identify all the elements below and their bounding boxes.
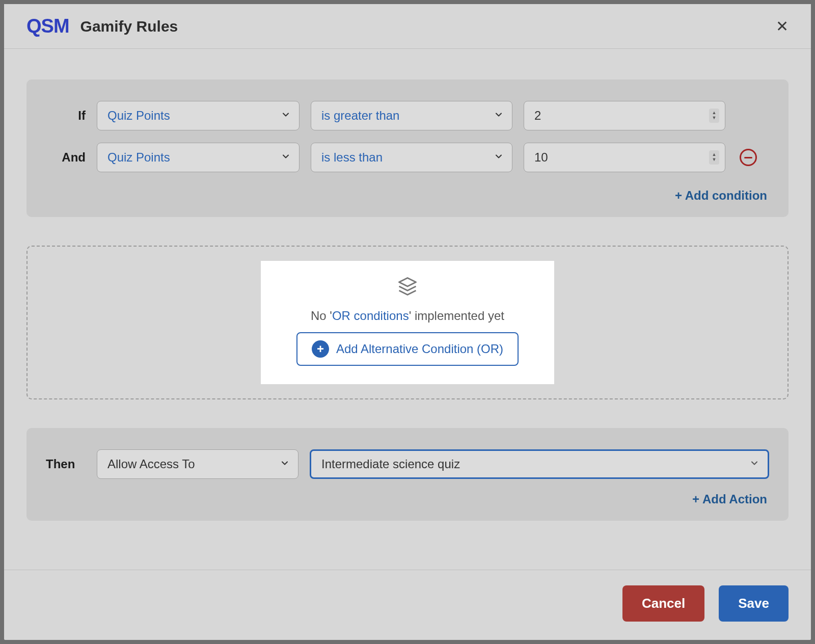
add-condition-link[interactable]: + Add condition	[46, 184, 769, 203]
actions-panel: Then Allow Access To Intermediate scienc…	[26, 428, 789, 521]
plus-circle-icon: +	[312, 340, 329, 358]
chevron-down-icon	[494, 150, 504, 165]
save-button[interactable]: Save	[719, 585, 789, 622]
chevron-down-icon	[281, 150, 291, 165]
condition-field-select[interactable]: Quiz Points	[97, 101, 300, 130]
select-value: Quiz Points	[107, 150, 170, 165]
condition-value-wrap: ▲▼	[524, 101, 725, 130]
chevron-down-icon	[749, 457, 759, 471]
or-conditions-box: No 'OR conditions' implemented yet + Add…	[26, 246, 789, 399]
chevron-down-icon	[281, 109, 291, 123]
cancel-button[interactable]: Cancel	[622, 585, 704, 622]
add-action-link[interactable]: + Add Action	[46, 488, 769, 506]
condition-value-input[interactable]	[524, 143, 725, 172]
minus-icon	[744, 157, 752, 158]
select-value: Quiz Points	[107, 109, 170, 123]
conditions-panel: If Quiz Points is greater than ▲▼	[26, 79, 789, 217]
or-empty-text: No 'OR conditions' implemented yet	[311, 309, 504, 323]
chevron-down-icon	[280, 457, 290, 471]
select-value: is less than	[321, 150, 383, 165]
condition-field-select[interactable]: Quiz Points	[97, 143, 300, 172]
add-or-condition-button[interactable]: + Add Alternative Condition (OR)	[296, 332, 519, 366]
select-value: Allow Access To	[107, 457, 195, 471]
close-icon[interactable]: ✕	[772, 15, 793, 37]
or-inner-card: No 'OR conditions' implemented yet + Add…	[261, 261, 554, 384]
select-value: is greater than	[321, 109, 399, 123]
condition-row: If Quiz Points is greater than ▲▼	[46, 101, 769, 130]
action-row: Then Allow Access To Intermediate scienc…	[46, 449, 769, 479]
condition-value-wrap: ▲▼	[524, 143, 725, 172]
number-spinner-icon[interactable]: ▲▼	[709, 150, 719, 165]
chevron-down-icon	[494, 109, 504, 123]
condition-row: And Quiz Points is less than ▲▼	[46, 143, 769, 172]
condition-prefix: And	[46, 150, 86, 165]
number-spinner-icon[interactable]: ▲▼	[709, 109, 719, 123]
action-target-select[interactable]: Intermediate science quiz	[310, 449, 769, 479]
modal-header: QSM Gamify Rules ✕	[4, 4, 811, 49]
modal-body: If Quiz Points is greater than ▲▼	[4, 49, 811, 570]
condition-value-input[interactable]	[524, 101, 725, 130]
action-type-select[interactable]: Allow Access To	[97, 449, 298, 479]
modal-footer: Cancel Save	[4, 570, 811, 640]
modal-title: Gamify Rules	[80, 18, 178, 35]
remove-condition-button[interactable]	[740, 149, 757, 166]
condition-operator-select[interactable]: is less than	[311, 143, 512, 172]
condition-prefix: If	[46, 109, 86, 123]
action-prefix: Then	[46, 457, 86, 471]
gamify-rules-modal: QSM Gamify Rules ✕ If Quiz Points is gre…	[4, 4, 811, 640]
qsm-logo: QSM	[26, 15, 69, 37]
select-value: Intermediate science quiz	[321, 457, 460, 471]
layers-icon	[396, 275, 419, 300]
condition-operator-select[interactable]: is greater than	[311, 101, 512, 130]
button-label: Add Alternative Condition (OR)	[336, 342, 503, 356]
